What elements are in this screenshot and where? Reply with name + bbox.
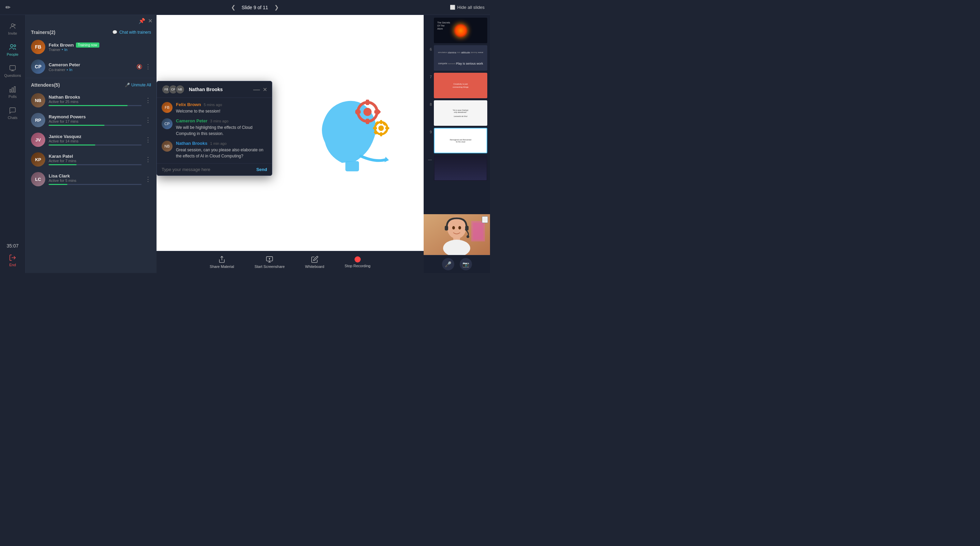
sidebar-item-people[interactable]: People xyxy=(0,40,25,60)
svg-point-4 xyxy=(14,45,16,47)
top-bar: ✏ ❮ Slide 9 of 11 ❯ ⬜ Hide all slides xyxy=(0,0,490,15)
chat-with-trainers-btn[interactable]: 💬 Chat with trainers xyxy=(112,30,151,35)
video-thumb: ⛶ xyxy=(424,214,490,255)
chat-with-trainers-label: Chat with trainers xyxy=(119,30,151,35)
lisa-info: Lisa Clark Active for 5 mins xyxy=(49,173,142,185)
close-btn[interactable]: ✕ xyxy=(148,17,153,24)
slide-row-7: 7 Creativity is justconnecting things xyxy=(426,73,487,98)
attendee-item-nathan[interactable]: NB Nathan Brooks Active for 25 mins ⋮ xyxy=(25,90,156,110)
janice-name: Janice Vasquez xyxy=(49,134,142,139)
svg-point-3 xyxy=(11,44,13,47)
sidebar-bottom: 35:07 End xyxy=(0,240,25,270)
slide-row-9: 9 Reimagined and Reinventedfor the cloud xyxy=(426,128,487,153)
pin-btn[interactable]: 📌 xyxy=(138,17,145,24)
slide-thumb-title[interactable]: The SecretsOf TheAtom xyxy=(434,17,487,43)
attendee-item-karan[interactable]: KP Karan Patel Active for 7 mins ⋮ xyxy=(25,149,156,169)
cameron-msg-header: Cameron Peter 3 mins ago xyxy=(176,118,267,124)
sidebar-invite-label: Invite xyxy=(8,31,17,35)
slide-thumb-9[interactable]: Reimagined and Reinventedfor the cloud xyxy=(434,128,487,153)
sidebar-item-polls[interactable]: Polls xyxy=(0,82,25,103)
edit-icon-btn[interactable]: ✏ xyxy=(5,4,11,11)
svg-rect-9 xyxy=(12,88,13,92)
svg-rect-12 xyxy=(345,161,359,171)
mic-control-btn[interactable]: 🎤 xyxy=(442,258,454,270)
trainer-item-cameron[interactable]: CP Cameron Peter Co-trainer • In 🔇 ⋮ xyxy=(25,57,156,76)
nathan-name: Nathan Brooks xyxy=(49,95,142,100)
slide-7-text: Creativity is justconnecting things xyxy=(453,83,469,88)
slide-prev-btn[interactable]: ❮ xyxy=(228,3,238,12)
camera-control-btn[interactable]: 📷 xyxy=(460,258,472,270)
janice-status: Active for 14 mins xyxy=(49,139,142,143)
people-panel: 📌 ✕ Trainers(2) 💬 Chat with trainers FB … xyxy=(25,15,156,273)
svg-rect-26 xyxy=(380,120,382,124)
chat-close-btn[interactable]: ✕ xyxy=(263,86,267,93)
divider-trainers-attendees xyxy=(25,78,156,78)
screenshare-label: Start Screenshare xyxy=(255,265,285,268)
mic-icon: 🎤 xyxy=(125,83,130,87)
slide-label: Slide 9 of 11 xyxy=(242,5,268,10)
slide-thumb-8[interactable]: "Art is never finished,only abandoned."L… xyxy=(434,100,487,126)
avatar-janice: JV xyxy=(31,133,45,147)
attendee-item-raymond[interactable]: RP Raymond Powers Active for 17 mins ⋮ xyxy=(25,110,156,130)
sidebar-chats-label: Chats xyxy=(8,116,18,120)
slide-8-text: "Art is never finished,only abandoned."L… xyxy=(453,109,469,117)
karan-status: Active for 7 mins xyxy=(49,159,142,163)
raymond-more-btn[interactable]: ⋮ xyxy=(145,116,151,124)
hide-slides-btn[interactable]: ⬜ Hide all slides xyxy=(450,5,485,10)
sidebar-item-chats[interactable]: Chats xyxy=(0,103,25,124)
felix-info: Felix Brown Training now Trainer • In xyxy=(49,43,151,52)
left-sidebar: Invite People Questions Polls Chats xyxy=(0,15,25,273)
nathan-progress-bar xyxy=(49,105,127,106)
video-expand-btn[interactable]: ⛶ xyxy=(482,216,488,223)
lisa-name: Lisa Clark xyxy=(49,173,142,178)
screenshare-btn[interactable]: Start Screenshare xyxy=(255,256,285,268)
mini-avatar-nathan: NB xyxy=(175,85,185,94)
felix-msg-header: Felix Brown 5 mins ago xyxy=(176,102,222,107)
msg-avatar-cameron: CP xyxy=(162,118,172,129)
karan-more-btn[interactable]: ⋮ xyxy=(145,156,151,163)
unmute-all-btn[interactable]: 🎤 Unmute All xyxy=(125,83,151,87)
raymond-name: Raymond Powers xyxy=(49,114,142,119)
cameron-more-btn[interactable]: ⋮ xyxy=(145,63,151,70)
slide-thumb-6[interactable]: simulation stamina trials attitude plann… xyxy=(434,45,487,71)
slide-number-9: 9 xyxy=(426,128,432,134)
janice-more-btn[interactable]: ⋮ xyxy=(145,136,151,143)
slide-thumb-7[interactable]: Creativity is justconnecting things xyxy=(434,73,487,98)
raymond-progress-bar xyxy=(49,125,105,126)
raymond-progress-wrap xyxy=(49,125,142,126)
session-timer: 35:07 xyxy=(6,240,18,251)
trainer-item-felix[interactable]: FB Felix Brown Training now Trainer • In xyxy=(25,37,156,57)
whiteboard-btn[interactable]: Whiteboard xyxy=(305,256,324,268)
attendee-item-lisa[interactable]: LC Lisa Clark Active for 5 mins ⋮ xyxy=(25,169,156,189)
lisa-more-btn[interactable]: ⋮ xyxy=(145,175,151,183)
slide-area: ...ented xyxy=(156,15,424,251)
janice-progress-bar xyxy=(49,144,95,146)
slide-row-6: 6 simulation stamina trials attitude pla… xyxy=(426,45,487,71)
attendees-title: Attendees(5) xyxy=(31,82,60,88)
sidebar-item-questions[interactable]: Questions xyxy=(0,60,25,82)
felix-badge: Training now xyxy=(76,43,99,48)
chat-input-area: Send xyxy=(157,163,272,175)
sidebar-people-label: People xyxy=(7,52,18,56)
slide-nav: ❮ Slide 9 of 11 ❯ xyxy=(228,3,282,12)
chat-input[interactable] xyxy=(162,167,253,172)
slide-next-btn[interactable]: ❯ xyxy=(272,3,282,12)
sidebar-item-invite[interactable]: Invite xyxy=(0,18,25,40)
send-btn[interactable]: Send xyxy=(256,167,267,172)
nathan-more-btn[interactable]: ⋮ xyxy=(145,97,151,104)
chat-icon: 💬 xyxy=(112,30,118,35)
top-bar-left: ✏ xyxy=(5,4,60,11)
slide-row-8: 8 "Art is never finished,only abandoned.… xyxy=(426,100,487,126)
chat-minimize-btn[interactable]: — xyxy=(253,86,260,93)
chat-message-felix: FB Felix Brown 5 mins ago Welcome to the… xyxy=(162,102,267,114)
nathan-msg-sender: Nathan Brooks xyxy=(176,141,207,146)
end-btn[interactable]: End xyxy=(0,251,25,270)
stop-recording-btn[interactable]: Stop Recording xyxy=(345,256,371,268)
attendee-item-janice[interactable]: JV Janice Vasquez Active for 14 mins ⋮ xyxy=(25,130,156,149)
bottom-toolbar: Share Material Start Screenshare Whitebo… xyxy=(156,251,424,273)
slide-thumb-10[interactable] xyxy=(434,156,487,181)
chat-message-cameron: CP Cameron Peter 3 mins ago We will be h… xyxy=(162,118,267,136)
msg-avatar-felix: FB xyxy=(162,102,172,113)
share-material-btn[interactable]: Share Material xyxy=(210,256,234,268)
slide-row-10: — xyxy=(426,156,487,181)
